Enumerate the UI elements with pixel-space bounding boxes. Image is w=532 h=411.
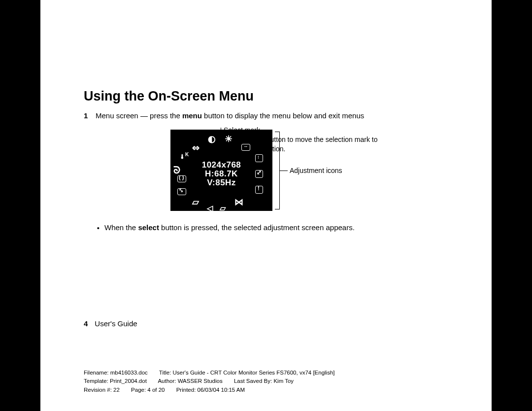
diagram: Select mark Press the – + button to move… [84,126,458,254]
step-1: 1 Menu screen — press the menu button to… [84,111,458,121]
step-number: 1 [84,111,91,121]
vsize-icon: ⤢ [255,170,263,179]
meta-printed: Printed: 06/03/04 10:15 AM [176,387,245,393]
page-content: Using the On-Screen Menu 1 Menu screen —… [84,89,458,254]
hsize-icon: ↔ [241,143,250,152]
metadata-line-3: Revision #: 22 Page: 4 of 20 Printed: 06… [84,386,458,394]
hposition-icon: ⇔ [192,143,200,152]
bullet-marker: • [93,222,100,233]
step-text: Menu screen — press the menu button to d… [96,111,364,121]
step-text-bold: menu [182,111,202,120]
color-temp-k: K [185,152,189,157]
footer-page-info: 4User's Guide [84,319,137,328]
callout-leader-right [280,171,288,171]
footer-guide-label: User's Guide [95,319,137,328]
color-temp-icon: 🌡K [179,152,189,160]
pinbalance-icon: ⋈ [234,198,243,206]
bullet-select: • When the select button is pressed, the… [93,222,437,233]
document-page: Using the On-Screen Menu 1 Menu screen —… [40,0,492,411]
meta-author: Author: WASSER Studios [158,378,222,384]
zoom-icon: ⤡ [177,188,186,197]
step-text-post: button to display the menu below and exi… [202,111,364,120]
meta-title: Title: User's Guide - CRT Color Monitor … [159,370,335,376]
trapezoid-left-icon: ◁ [207,205,213,212]
bullet-bold: select [138,223,159,232]
document-metadata: Filename: mb416033.doc Title: User's Gui… [84,369,458,394]
step-text-pre: Menu screen — press the [96,111,182,120]
meta-saved: Last Saved By: Kim Toy [234,378,294,384]
trapezoid-icon: ▱ [220,205,226,212]
degauss-icon: ᘐ [173,165,180,175]
info-icon: ! [255,186,263,195]
callout-bracket [275,132,280,209]
heading: Using the On-Screen Menu [84,89,458,104]
meta-revision: Revision #: 22 [84,387,120,393]
bullet-pre: When the [104,223,138,232]
contrast-icon: ◐ [208,135,216,143]
meta-template: Template: Print_2004.dot [84,378,147,384]
bullet-text: When the select button is pressed, the s… [104,222,355,233]
footer-page-number: 4 [84,319,88,328]
meta-filename: Filename: mb416033.doc [84,370,148,376]
callout-adjustment-icons: Adjustment icons [290,166,364,175]
osd-menu: 1024x768 H:68.7K V:85Hz ◐ ☀ ⇔ 🌡K ᘐ ↔ ↕ ⤢… [170,130,272,211]
brightness-icon: ☀ [225,135,233,143]
bullet-post: button is pressed, the selected adjustme… [159,223,355,232]
parallelogram-icon: ▱ [192,198,199,206]
meta-page: Page: 4 of 20 [131,387,165,393]
metadata-line-1: Filename: mb416033.doc Title: User's Gui… [84,369,458,377]
metadata-line-2: Template: Print_2004.dot Author: WASSER … [84,377,458,385]
vposition-icon: ↕ [255,154,263,164]
pincushion-icon: ( ) [177,175,186,184]
